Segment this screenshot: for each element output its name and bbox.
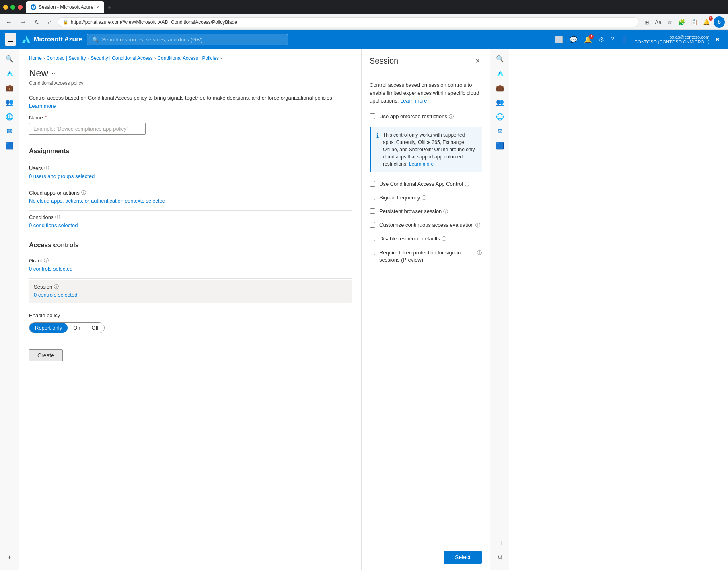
reload-button[interactable]: ↻ — [32, 16, 42, 27]
info-box: ℹ This control only works with supported… — [370, 127, 482, 172]
help-button[interactable]: ? — [608, 33, 617, 45]
user-profile[interactable]: balas@contoso.com CONTOSO (CONTOSO.ONMIC… — [633, 34, 723, 45]
app-enforced-info-icon[interactable]: ⓘ — [449, 113, 454, 120]
right-people-icon[interactable]: 👥 — [494, 96, 506, 109]
sidebar-add-icon[interactable]: + — [3, 551, 16, 564]
sign-in-freq-checkbox[interactable] — [370, 195, 375, 200]
ca-app-control-info-icon[interactable]: ⓘ — [465, 181, 469, 188]
checkbox-app-enforced: Use app enforced restrictions ⓘ — [370, 113, 482, 120]
disable-resilience-checkbox[interactable] — [370, 236, 375, 241]
cloud-apps-link[interactable]: No cloud apps, actions, or authenticatio… — [29, 198, 352, 204]
search-bar[interactable]: 🔍 — [87, 34, 288, 45]
name-input[interactable] — [29, 123, 146, 135]
persistent-browser-checkbox[interactable] — [370, 208, 375, 214]
right-settings-icon[interactable]: ⚙ — [494, 551, 506, 564]
disable-resilience-info-icon[interactable]: ⓘ — [442, 236, 446, 242]
cloud-apps-info-icon[interactable]: ⓘ — [81, 189, 86, 196]
customize-cae-info-icon[interactable]: ⓘ — [475, 222, 480, 229]
grant-link[interactable]: 0 controls selected — [29, 266, 352, 272]
toggle-on[interactable]: On — [68, 323, 86, 333]
collections-button[interactable]: 📋 — [689, 17, 699, 27]
ca-app-control-label: Use Conditional Access App Control ⓘ — [379, 180, 469, 188]
users-info-icon[interactable]: ⓘ — [44, 165, 49, 172]
info-box-learn-more[interactable]: Learn more — [409, 161, 434, 167]
breadcrumb-contoso-security[interactable]: Contoso | Security — [47, 55, 86, 61]
persistent-browser-label: Persistent browser session ⓘ — [379, 208, 448, 215]
profile-avatar[interactable]: b — [714, 16, 725, 28]
user-avatar[interactable]: B — [712, 34, 723, 45]
breadcrumb-home[interactable]: Home — [29, 55, 42, 61]
panel-learn-more-link[interactable]: Learn more — [400, 98, 427, 104]
back-button[interactable]: ← — [3, 17, 14, 27]
sidebar-color-icon[interactable]: 🟦 — [3, 139, 16, 152]
sidebar-people-icon[interactable]: 👥 — [3, 96, 16, 109]
app-enforced-checkbox[interactable] — [370, 113, 375, 119]
toggle-report-only[interactable]: Report-only — [29, 323, 68, 333]
feedback-button[interactable]: 💬 — [567, 33, 580, 46]
sidebar-globe-icon[interactable]: 🌐 — [3, 110, 16, 123]
read-button[interactable]: Aa — [653, 17, 664, 27]
assignments-section: Assignments Users ⓘ 0 users and groups s… — [29, 148, 352, 235]
persistent-browser-info-icon[interactable]: ⓘ — [443, 208, 448, 215]
sidebar-azure-icon[interactable] — [3, 67, 16, 80]
lock-icon: 🔒 — [63, 19, 68, 25]
favorites-button[interactable]: ☆ — [665, 17, 675, 27]
user-info: balas@contoso.com CONTOSO (CONTOSO.ONMIC… — [634, 35, 709, 44]
right-search-icon[interactable]: 🔍 — [494, 52, 506, 65]
disable-resilience-text: Disable resilience defaults — [379, 235, 440, 242]
policy-toggle-group[interactable]: Report-only On Off — [29, 322, 105, 333]
app-enforced-text: Use app enforced restrictions — [379, 113, 447, 120]
toggle-off[interactable]: Off — [86, 323, 104, 333]
right-azure-icon[interactable] — [494, 67, 506, 80]
new-tab-button[interactable]: + — [106, 2, 113, 12]
grant-label-text: Grant — [29, 258, 42, 264]
ca-app-control-checkbox[interactable] — [370, 181, 375, 187]
right-outlook-icon[interactable]: ✉ — [494, 125, 506, 137]
token-protection-info-icon[interactable]: ⓘ — [477, 250, 482, 256]
more-options-button[interactable]: ··· — [51, 70, 57, 77]
cloud-shell-button[interactable]: ⬜ — [553, 33, 566, 46]
home-button[interactable]: ⌂ — [45, 17, 54, 27]
session-info-icon[interactable]: ⓘ — [54, 283, 59, 290]
forward-button[interactable]: → — [18, 17, 29, 27]
sign-in-freq-info-icon[interactable]: ⓘ — [422, 195, 426, 201]
cast-button[interactable]: ⊞ — [642, 17, 651, 27]
main-learn-more-link[interactable]: Learn more — [29, 103, 56, 109]
active-tab[interactable]: A Session - Microsoft Azure ✕ — [26, 1, 104, 13]
grant-info-icon[interactable]: ⓘ — [44, 257, 49, 264]
conditions-info-icon[interactable]: ⓘ — [55, 214, 60, 221]
hamburger-menu[interactable]: ☰ — [5, 33, 16, 46]
sign-in-freq-label: Sign-in frequency ⓘ — [379, 194, 426, 201]
right-layout-icon[interactable]: ⊞ — [494, 536, 506, 549]
page-title-text: New — [29, 68, 48, 79]
session-panel: Session ✕ Control access based on sessio… — [361, 49, 490, 570]
sidebar-outlook-icon[interactable]: ✉ — [3, 125, 16, 137]
extensions-button[interactable]: 🧩 — [676, 17, 687, 27]
users-link[interactable]: 0 users and groups selected — [29, 173, 352, 179]
create-button[interactable]: Create — [29, 349, 63, 361]
users-label: Users ⓘ — [29, 165, 352, 172]
sidebar-search-icon[interactable]: 🔍 — [3, 52, 16, 65]
close-button[interactable] — [18, 5, 23, 10]
customize-cae-checkbox[interactable] — [370, 222, 375, 228]
azure-app: ☰ Microsoft Azure 🔍 ⬜ 💬 🔔 1 ⚙ ? 👤 — [0, 30, 728, 570]
select-button[interactable]: Select — [444, 551, 482, 564]
minimize-button[interactable] — [3, 5, 8, 10]
address-bar[interactable]: 🔒 https://portal.azure.com/#view/Microso… — [58, 17, 639, 27]
panel-close-button[interactable]: ✕ — [473, 55, 482, 66]
search-input[interactable] — [102, 37, 283, 43]
breadcrumb-policies[interactable]: Conditional Access | Policies — [157, 55, 219, 61]
right-color-icon[interactable]: 🟦 — [494, 139, 506, 152]
token-protection-checkbox[interactable] — [370, 250, 375, 255]
right-globe-icon[interactable]: 🌐 — [494, 110, 506, 123]
directory-button[interactable]: 👤 — [618, 33, 631, 46]
sidebar-briefcase-icon[interactable]: 💼 — [3, 81, 16, 94]
session-link[interactable]: 0 controls selected — [34, 292, 347, 298]
settings-button[interactable]: ⚙ — [596, 33, 607, 46]
conditions-link[interactable]: 0 conditions selected — [29, 222, 352, 228]
conditions-label-text: Conditions — [29, 214, 53, 220]
breadcrumb-conditional-access[interactable]: Security | Conditional Access — [90, 55, 153, 61]
right-briefcase-icon[interactable]: 💼 — [494, 81, 506, 94]
tab-close-button[interactable]: ✕ — [96, 5, 99, 10]
maximize-button[interactable] — [10, 5, 15, 10]
